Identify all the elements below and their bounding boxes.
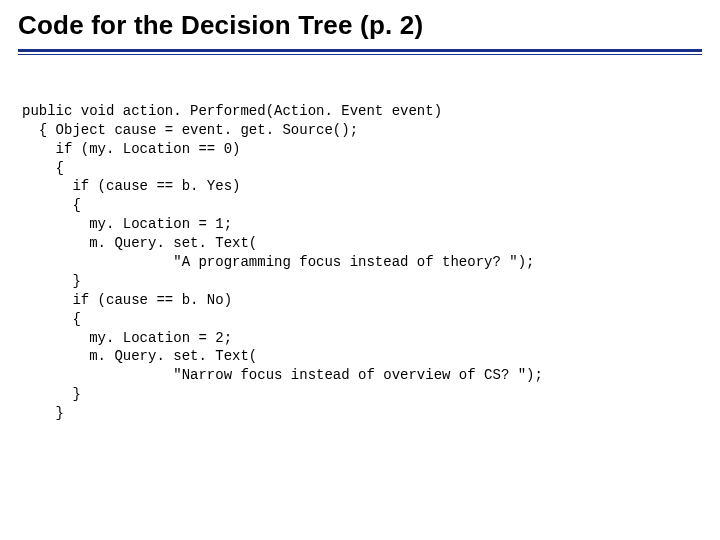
code-line: m. Query. set. Text( — [22, 348, 257, 364]
rule-thick — [18, 49, 702, 52]
code-line: } — [22, 405, 64, 421]
code-line: } — [22, 386, 81, 402]
code-line: m. Query. set. Text( — [22, 235, 257, 251]
code-line: my. Location = 2; — [22, 330, 232, 346]
code-line: { — [22, 311, 81, 327]
code-line: if (cause == b. No) — [22, 292, 232, 308]
code-line: { Object cause = event. get. Source(); — [22, 122, 358, 138]
code-line: "A programming focus instead of theory? … — [22, 254, 534, 270]
code-line: public void action. Performed(Action. Ev… — [22, 103, 442, 119]
code-line: "Narrow focus instead of overview of CS?… — [22, 367, 543, 383]
rule-thin — [18, 54, 702, 55]
code-line: { — [22, 197, 81, 213]
code-line: if (my. Location == 0) — [22, 141, 240, 157]
code-line: { — [22, 160, 64, 176]
code-line: if (cause == b. Yes) — [22, 178, 240, 194]
code-block: public void action. Performed(Action. Ev… — [22, 83, 702, 442]
slide-title: Code for the Decision Tree (p. 2) — [18, 10, 702, 47]
code-line: } — [22, 273, 81, 289]
code-line: my. Location = 1; — [22, 216, 232, 232]
title-rule — [18, 49, 702, 55]
slide: Code for the Decision Tree (p. 2) public… — [0, 0, 720, 540]
